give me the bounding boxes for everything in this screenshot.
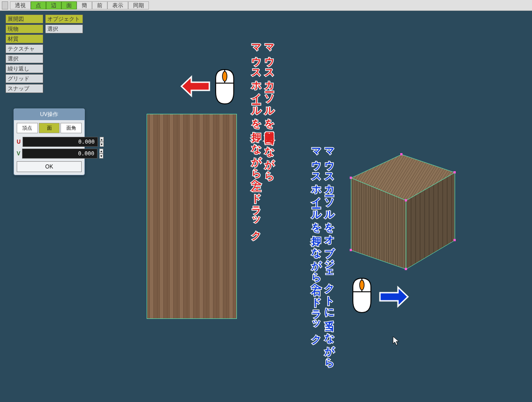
toolbar-btn-point[interactable]: 点 <box>31 1 46 9</box>
uv-panel-title: UV操作 <box>14 109 84 120</box>
svg-point-20 <box>222 71 227 81</box>
svg-rect-13 <box>453 171 456 173</box>
uv-ok-button[interactable]: OK <box>17 161 82 172</box>
annotation-right-line1: マウスカーソルをオブジェクトに当てながら <box>323 142 336 363</box>
svg-rect-14 <box>405 199 407 201</box>
uv-tab-facecorner[interactable]: 面角 <box>60 123 82 133</box>
toolbar-btn-edge[interactable]: 辺 <box>46 1 61 9</box>
svg-rect-11 <box>350 177 352 179</box>
spinner-up-icon[interactable]: ▲ <box>99 149 103 154</box>
side-btn-unwrap[interactable]: 展開図 <box>5 14 43 23</box>
spinner-down-icon[interactable]: ▼ <box>99 154 103 159</box>
uv-v-input[interactable] <box>22 149 97 159</box>
mouse-icon-left <box>211 69 238 106</box>
uv-panel[interactable]: UV操作 頂点 面 面角 U ▲▼ V ▲▼ OK <box>14 108 85 175</box>
svg-point-23 <box>360 280 364 290</box>
toolbar-btn-perspective[interactable]: 透視 <box>10 1 31 9</box>
uv-tab-face[interactable]: 面 <box>39 123 60 133</box>
cursor-icon <box>393 336 400 346</box>
uv-u-label: U <box>17 139 21 145</box>
uv-v-label: V <box>17 150 20 157</box>
svg-rect-17 <box>453 239 456 241</box>
uv-tab-vertex[interactable]: 頂点 <box>17 123 38 133</box>
arrow-right-icon <box>378 285 410 308</box>
annotation-left-line1: マウスカーソルを展開図当てながら <box>263 38 276 177</box>
side-btn-real[interactable]: 現物 <box>5 24 43 33</box>
side-btn-grid[interactable]: グリッド <box>5 74 43 83</box>
side-btn-object[interactable]: オブジェクト <box>45 14 83 23</box>
side-btn-material[interactable]: 材質 <box>5 34 43 43</box>
toolbar-btn-display[interactable]: 表示 <box>107 1 128 9</box>
uv-u-input[interactable] <box>23 137 98 147</box>
annotation-left-line2: マウスホイールを押しながら左へドラック <box>250 38 263 236</box>
side-btn-texture[interactable]: テクスチャ <box>5 44 43 53</box>
side-btn-select2[interactable]: 選択 <box>5 54 43 63</box>
toolbar-btn-front[interactable]: 前 <box>92 1 107 9</box>
side-panel: 展開図 オブジェクト 現物 選択 材質 テクスチャ 選択 繰り返し グリッド ス… <box>5 14 83 94</box>
toolbar-btn-sync[interactable]: 同期 <box>128 1 149 9</box>
uv-unwrap-rect[interactable] <box>147 114 237 319</box>
arrow-left-icon <box>180 75 211 98</box>
spinner-down-icon[interactable]: ▼ <box>100 142 104 147</box>
toolbar-btn-face[interactable]: 面 <box>61 1 77 9</box>
mouse-icon-right <box>348 277 375 314</box>
toolbar-btn-simple[interactable]: 簡 <box>77 1 92 9</box>
spinner-up-icon[interactable]: ▲ <box>100 137 104 142</box>
app-icon <box>2 1 8 9</box>
uv-v-spinner[interactable]: ▲▼ <box>99 149 103 159</box>
side-btn-repeat[interactable]: 繰り返し <box>5 64 43 73</box>
side-btn-snap[interactable]: スナップ <box>5 84 43 93</box>
toolbar: 透視 点 辺 面 簡 前 表示 同期 <box>0 0 532 11</box>
wood-texture <box>147 114 236 318</box>
side-btn-select[interactable]: 選択 <box>45 24 83 33</box>
uv-u-spinner[interactable]: ▲▼ <box>100 137 104 147</box>
svg-rect-15 <box>350 249 352 251</box>
cube-object[interactable] <box>343 151 460 273</box>
annotation-right-line2: マウスホイールを押しながら右へドラック <box>310 142 323 340</box>
svg-rect-12 <box>400 153 402 155</box>
svg-rect-16 <box>405 268 407 270</box>
